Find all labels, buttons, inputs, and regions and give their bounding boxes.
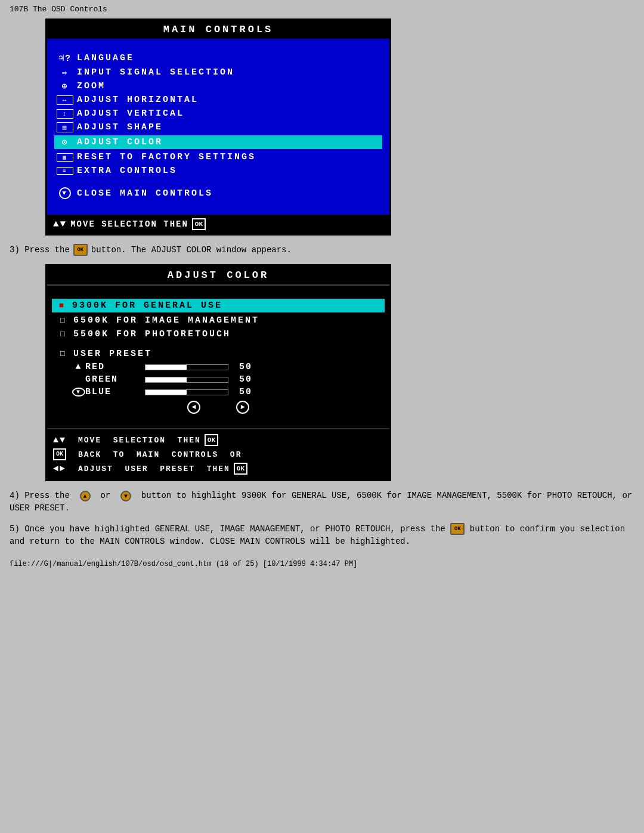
9300k-icon: ■ (54, 301, 70, 310)
green-bar-track (145, 377, 228, 383)
footer-lr-icon: ◄► (53, 464, 75, 474)
footer-row3-ok: OK (234, 463, 247, 475)
osd-item-extra: ≡ EXTRA CONTROLS (57, 164, 380, 178)
step3-ok-button: OK (73, 244, 88, 256)
reset-icon: ▦ (57, 153, 73, 162)
step4-down-btn: ▼ (120, 491, 131, 501)
osd-label-language: LANGUAGE (77, 53, 134, 63)
step5-before: 5) Once you have highlighted GENERAL USE… (10, 524, 445, 534)
footer-bar: file:///G|/manual/english/107B/osd/osd_c… (10, 560, 634, 568)
osd-label-adjust-color: ADJUST COLOR (77, 137, 163, 147)
osd-item-reset: ▦ RESET TO FACTORY SETTINGS (57, 150, 380, 164)
footer-row-1: ▲▼ MOVE SELECTION THEN OK (53, 433, 383, 447)
green-value: 50 (234, 374, 252, 385)
osd-label-adjust-horiz: ADJUST HORIZONTAL (77, 95, 199, 105)
adjust-color-body: ■ 9300K FOR GENERAL USE □ 6500K FOR IMAG… (47, 286, 389, 428)
osd-item-adjust-color: ⊙ ADJUST COLOR (54, 135, 382, 149)
osd-item-adjust-vert: ↕ ADJUST VERTICAL (57, 107, 380, 120)
footer-text: MOVE SELECTION THEN (70, 219, 188, 229)
osd-close: ▼ CLOSE MAIN CONTROLS (57, 184, 380, 203)
osd-item-adjust-horiz: ↔ ADJUST HORIZONTAL (57, 93, 380, 107)
osd-label-input-signal: INPUT SIGNAL SELECTION (77, 67, 234, 78)
blue-bar-fill (145, 390, 187, 395)
red-bar-track (145, 364, 228, 370)
osd-label-adjust-vert: ADJUST VERTICAL (77, 109, 184, 119)
osd-item-adjust-shape: ▤ ADJUST SHAPE (57, 120, 380, 134)
step4-before: 4) Press the (10, 491, 75, 500)
adjust-color-osd: ADJUST COLOR ■ 9300K FOR GENERAL USE □ 6… (45, 264, 391, 481)
adj-item-9300k: ■ 9300K FOR GENERAL USE (52, 299, 385, 312)
blue-value: 50 (234, 387, 252, 397)
red-label: RED (85, 362, 139, 372)
blue-bar-track (145, 389, 228, 395)
main-controls-body: ♃? LANGUAGE ⇒ INPUT SIGNAL SELECTION ⊕ Z… (47, 39, 389, 215)
page-title: 107B The OSD Controls (10, 5, 634, 14)
6500k-icon: □ (55, 316, 71, 325)
step5-ok-btn: OK (450, 523, 465, 535)
footer-icons: ▲▼ (53, 219, 67, 230)
footer-row1-text: MOVE SELECTION THEN (78, 436, 201, 445)
footer-row-3: ◄► ADJUST USER PRESET THEN OK (53, 462, 383, 476)
footer-ok-badge-icon: OK (53, 448, 66, 460)
osd-item-language: ♃? LANGUAGE (57, 51, 380, 66)
adj-item-5500k: □ 5500K FOR PHOTORETOUCH (54, 327, 382, 341)
extra-icon: ≡ (57, 167, 73, 175)
step5-text: 5) Once you have highlighted GENERAL USE… (10, 523, 634, 548)
input-signal-icon: ⇒ (57, 67, 73, 78)
main-controls-footer: ▲▼ MOVE SELECTION THEN OK (47, 215, 389, 234)
step3-after: button. The ADJUST COLOR window appears. (91, 245, 292, 255)
5500k-icon: □ (55, 330, 71, 339)
adjust-vert-icon: ↕ (57, 109, 73, 119)
step4-or: or (95, 491, 116, 500)
6500k-label: 6500K FOR IMAGE MANAGEMENT (73, 315, 259, 326)
5500k-label: 5500K FOR PHOTORETOUCH (73, 329, 231, 339)
language-icon: ♃? (57, 52, 73, 64)
blue-icon: ▼ (72, 388, 85, 397)
footer-arrows-icon: ▲▼ (53, 435, 75, 445)
osd-label-reset: RESET TO FACTORY SETTINGS (77, 152, 256, 162)
footer-row1-ok: OK (205, 434, 218, 446)
red-channel-row: ▲ RED 50 (54, 361, 382, 373)
step3-before: 3) Press the (10, 245, 70, 255)
adjust-horiz-icon: ↔ (57, 95, 73, 105)
main-controls-title: MAIN CONTROLS (47, 20, 389, 39)
adjust-color-footer: ▲▼ MOVE SELECTION THEN OK OK BACK TO MAI… (47, 428, 389, 479)
osd-label-extra: EXTRA CONTROLS (77, 166, 177, 176)
adj-item-6500k: □ 6500K FOR IMAGE MANAGEMENT (54, 314, 382, 327)
blue-label: BLUE (85, 387, 139, 397)
adjust-color-icon: ⊙ (57, 137, 73, 147)
main-controls-osd: MAIN CONTROLS ♃? LANGUAGE ⇒ INPUT SIGNAL… (45, 18, 391, 236)
9300k-label: 9300K FOR GENERAL USE (72, 301, 222, 311)
left-arrow-btn[interactable]: ◄ (187, 401, 200, 414)
step4-up-btn: ▲ (80, 491, 91, 501)
zoom-icon: ⊕ (57, 81, 73, 91)
red-bar-fill (145, 365, 187, 370)
osd-item-zoom: ⊕ ZOOM (57, 79, 380, 93)
osd-label-adjust-shape: ADJUST SHAPE (77, 122, 163, 132)
user-preset-label: USER PRESET (73, 349, 152, 359)
footer-row-2: OK BACK TO MAIN CONTROLS OR (53, 447, 383, 462)
footer-row2-text: BACK TO MAIN CONTROLS OR (78, 450, 242, 459)
red-value: 50 (234, 362, 252, 372)
osd-label-zoom: ZOOM (77, 81, 106, 91)
green-label: GREEN (85, 374, 139, 385)
ok-badge: OK (192, 218, 206, 230)
blue-channel-row: ▼ BLUE 50 (54, 386, 382, 398)
close-label: CLOSE MAIN CONTROLS (77, 188, 213, 199)
adj-item-user-preset: □ USER PRESET (54, 347, 382, 361)
red-icon: ▲ (72, 362, 85, 372)
right-arrow-btn[interactable]: ► (236, 401, 249, 414)
adjust-color-title: ADJUST COLOR (47, 266, 389, 286)
green-channel-row: GREEN 50 (54, 373, 382, 386)
user-preset-icon: □ (55, 349, 71, 358)
footer-ok-icon: OK (53, 448, 75, 460)
step3-text: 3) Press the OK button. The ADJUST COLOR… (10, 244, 634, 256)
adjust-shape-icon: ▤ (57, 122, 73, 132)
osd-item-input-signal: ⇒ INPUT SIGNAL SELECTION (57, 66, 380, 79)
footer-row3-text: ADJUST USER PRESET THEN (78, 465, 230, 473)
arrow-buttons-row: ◄ ► (54, 398, 382, 416)
step4-text: 4) Press the ▲ or ▼ button to highlight … (10, 490, 634, 515)
close-icon: ▼ (59, 187, 71, 199)
green-bar-fill (145, 377, 187, 382)
